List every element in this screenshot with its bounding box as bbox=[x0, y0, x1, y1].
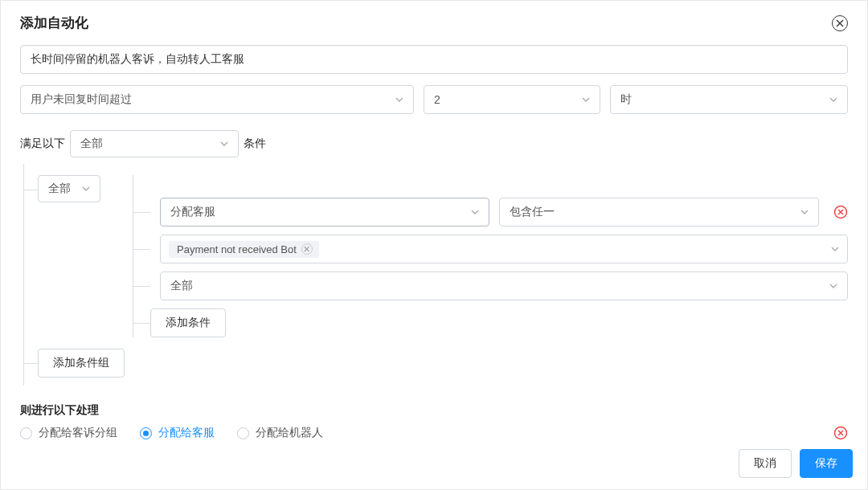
tag-chip[interactable]: Payment not received Bot ✕ bbox=[169, 241, 319, 258]
action-option-assign-bot[interactable]: 分配给机器人 bbox=[237, 426, 323, 440]
chevron-down-icon bbox=[831, 245, 839, 254]
radio-icon bbox=[237, 427, 249, 439]
automation-name-input[interactable] bbox=[31, 53, 837, 66]
trigger-type-value: 用户未回复时间超过 bbox=[31, 92, 132, 107]
modal-title: 添加自动化 bbox=[20, 14, 88, 32]
cancel-button[interactable]: 取消 bbox=[739, 449, 792, 478]
chevron-down-icon bbox=[829, 96, 837, 104]
radio-label: 分配给机器人 bbox=[256, 426, 323, 440]
chevron-down-icon bbox=[220, 140, 228, 149]
chevron-down-icon bbox=[582, 96, 590, 104]
chevron-down-icon bbox=[395, 96, 403, 104]
tree-connector bbox=[23, 190, 38, 190]
condition-submode-select[interactable]: 全部 bbox=[160, 272, 848, 300]
tree-connector bbox=[23, 363, 38, 364]
chevron-down-icon bbox=[82, 185, 90, 194]
delete-condition-icon[interactable] bbox=[833, 205, 848, 219]
conditions-suffix: 条件 bbox=[244, 137, 266, 151]
close-icon[interactable] bbox=[832, 15, 848, 31]
delete-action-icon[interactable] bbox=[833, 426, 848, 440]
tree-connector bbox=[133, 212, 150, 213]
chevron-down-icon bbox=[800, 208, 809, 217]
automation-name-input-wrap[interactable] bbox=[20, 45, 848, 74]
trigger-unit: 时 bbox=[620, 92, 632, 107]
radio-label: 分配给客诉分组 bbox=[39, 426, 117, 440]
condition-value-select[interactable]: Payment not received Bot ✕ bbox=[160, 235, 848, 263]
chevron-down-icon bbox=[471, 208, 479, 217]
radio-icon bbox=[20, 427, 32, 439]
action-option-assign-agent[interactable]: 分配给客服 bbox=[140, 426, 215, 440]
save-label: 保存 bbox=[815, 456, 837, 471]
group-mode-value: 全部 bbox=[48, 182, 71, 196]
trigger-type-select[interactable]: 用户未回复时间超过 bbox=[20, 85, 414, 114]
action-option-assign-group[interactable]: 分配给客诉分组 bbox=[20, 426, 117, 440]
conditions-prefix: 满足以下 bbox=[20, 137, 65, 151]
tag-remove-icon[interactable]: ✕ bbox=[301, 243, 313, 255]
add-condition-group-label: 添加条件组 bbox=[53, 356, 109, 370]
group-mode-select[interactable]: 全部 bbox=[38, 175, 100, 202]
condition-submode-value: 全部 bbox=[170, 279, 193, 293]
conditions-match-mode-value: 全部 bbox=[80, 137, 103, 151]
radio-icon bbox=[140, 427, 152, 439]
trigger-value-select[interactable]: 2 bbox=[424, 85, 600, 114]
add-condition-button[interactable]: 添加条件 bbox=[150, 308, 226, 337]
actions-title: 则进行以下处理 bbox=[20, 403, 848, 418]
tree-connector bbox=[133, 249, 150, 250]
condition-field-value: 分配客服 bbox=[170, 205, 215, 219]
trigger-value: 2 bbox=[434, 93, 440, 106]
condition-operator-select[interactable]: 包含任一 bbox=[499, 198, 819, 227]
condition-field-select[interactable]: 分配客服 bbox=[160, 198, 489, 227]
save-button[interactable]: 保存 bbox=[800, 449, 853, 478]
trigger-unit-select[interactable]: 时 bbox=[610, 85, 848, 114]
chevron-down-icon bbox=[829, 282, 837, 291]
add-condition-group-button[interactable]: 添加条件组 bbox=[38, 349, 125, 378]
radio-label: 分配给客服 bbox=[158, 426, 215, 440]
conditions-match-mode-select[interactable]: 全部 bbox=[70, 130, 239, 157]
cancel-label: 取消 bbox=[754, 456, 776, 471]
tag-label: Payment not received Bot bbox=[177, 243, 297, 255]
tree-connector bbox=[133, 323, 150, 324]
tree-connector bbox=[133, 286, 150, 287]
condition-operator-value: 包含任一 bbox=[510, 205, 555, 219]
add-condition-label: 添加条件 bbox=[166, 316, 211, 330]
